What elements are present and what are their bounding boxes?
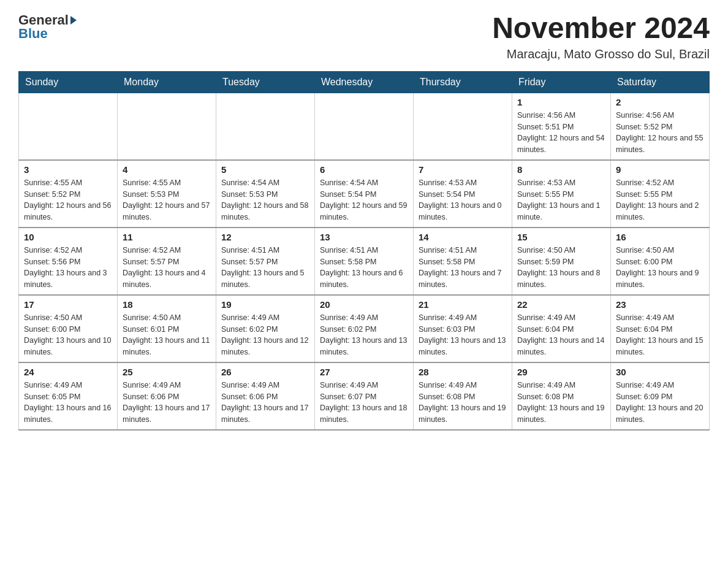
day-info: Sunrise: 4:54 AMSunset: 5:53 PMDaylight:… bbox=[221, 177, 309, 223]
day-info: Sunrise: 4:51 AMSunset: 5:58 PMDaylight:… bbox=[419, 245, 507, 291]
day-number: 3 bbox=[24, 164, 112, 175]
day-info: Sunrise: 4:50 AMSunset: 6:01 PMDaylight:… bbox=[123, 312, 211, 358]
day-info: Sunrise: 4:53 AMSunset: 5:54 PMDaylight:… bbox=[419, 177, 507, 223]
calendar-cell: 21Sunrise: 4:49 AMSunset: 6:03 PMDayligh… bbox=[414, 295, 512, 362]
calendar-week-5: 24Sunrise: 4:49 AMSunset: 6:05 PMDayligh… bbox=[19, 362, 710, 430]
day-info: Sunrise: 4:54 AMSunset: 5:54 PMDaylight:… bbox=[320, 177, 408, 223]
day-number: 22 bbox=[517, 299, 605, 310]
calendar-cell bbox=[19, 93, 118, 160]
day-number: 25 bbox=[123, 367, 211, 377]
day-number: 20 bbox=[320, 299, 408, 310]
logo-arrow-icon bbox=[70, 16, 77, 25]
day-info: Sunrise: 4:55 AMSunset: 5:53 PMDaylight:… bbox=[123, 177, 211, 223]
day-number: 17 bbox=[24, 299, 112, 310]
calendar-cell bbox=[414, 93, 512, 160]
day-number: 27 bbox=[320, 367, 408, 377]
calendar-week-4: 17Sunrise: 4:50 AMSunset: 6:00 PMDayligh… bbox=[19, 295, 710, 362]
day-info: Sunrise: 4:56 AMSunset: 5:52 PMDaylight:… bbox=[616, 110, 704, 156]
calendar-cell: 17Sunrise: 4:50 AMSunset: 6:00 PMDayligh… bbox=[19, 295, 118, 362]
calendar-cell: 16Sunrise: 4:50 AMSunset: 6:00 PMDayligh… bbox=[611, 228, 710, 295]
calendar-cell: 13Sunrise: 4:51 AMSunset: 5:58 PMDayligh… bbox=[315, 228, 414, 295]
calendar-week-2: 3Sunrise: 4:55 AMSunset: 5:52 PMDaylight… bbox=[19, 160, 710, 228]
day-number: 26 bbox=[221, 367, 309, 377]
day-of-week-thursday: Thursday bbox=[414, 71, 512, 93]
calendar-cell bbox=[315, 93, 414, 160]
title-block: November 2024 Maracaju, Mato Grosso do S… bbox=[492, 12, 710, 61]
day-info: Sunrise: 4:49 AMSunset: 6:09 PMDaylight:… bbox=[616, 380, 704, 426]
day-number: 1 bbox=[517, 97, 605, 107]
day-number: 11 bbox=[123, 232, 211, 242]
calendar-cell: 27Sunrise: 4:49 AMSunset: 6:07 PMDayligh… bbox=[315, 362, 414, 430]
day-number: 12 bbox=[221, 232, 309, 242]
calendar-cell: 1Sunrise: 4:56 AMSunset: 5:51 PMDaylight… bbox=[512, 93, 611, 160]
day-info: Sunrise: 4:52 AMSunset: 5:55 PMDaylight:… bbox=[616, 177, 704, 223]
calendar-cell: 6Sunrise: 4:54 AMSunset: 5:54 PMDaylight… bbox=[315, 160, 414, 228]
calendar-header-row: SundayMondayTuesdayWednesdayThursdayFrid… bbox=[19, 71, 710, 93]
day-info: Sunrise: 4:55 AMSunset: 5:52 PMDaylight:… bbox=[24, 177, 112, 223]
calendar-table: SundayMondayTuesdayWednesdayThursdayFrid… bbox=[18, 71, 710, 431]
calendar-cell: 11Sunrise: 4:52 AMSunset: 5:57 PMDayligh… bbox=[118, 228, 216, 295]
calendar-cell: 24Sunrise: 4:49 AMSunset: 6:05 PMDayligh… bbox=[19, 362, 118, 430]
day-number: 2 bbox=[616, 97, 704, 107]
calendar-cell: 9Sunrise: 4:52 AMSunset: 5:55 PMDaylight… bbox=[611, 160, 710, 228]
day-info: Sunrise: 4:49 AMSunset: 6:02 PMDaylight:… bbox=[221, 312, 309, 358]
day-info: Sunrise: 4:56 AMSunset: 5:51 PMDaylight:… bbox=[517, 110, 605, 156]
day-of-week-sunday: Sunday bbox=[19, 71, 118, 93]
day-number: 15 bbox=[517, 232, 605, 242]
day-info: Sunrise: 4:51 AMSunset: 5:58 PMDaylight:… bbox=[320, 245, 408, 291]
calendar-cell: 28Sunrise: 4:49 AMSunset: 6:08 PMDayligh… bbox=[414, 362, 512, 430]
day-info: Sunrise: 4:49 AMSunset: 6:06 PMDaylight:… bbox=[221, 380, 309, 426]
page-header: General Blue November 2024 Maracaju, Mat… bbox=[18, 12, 710, 61]
day-of-week-monday: Monday bbox=[118, 71, 216, 93]
day-info: Sunrise: 4:51 AMSunset: 5:57 PMDaylight:… bbox=[221, 245, 309, 291]
day-info: Sunrise: 4:50 AMSunset: 6:00 PMDaylight:… bbox=[24, 312, 112, 358]
day-info: Sunrise: 4:49 AMSunset: 6:04 PMDaylight:… bbox=[616, 312, 704, 358]
calendar-cell: 10Sunrise: 4:52 AMSunset: 5:56 PMDayligh… bbox=[19, 228, 118, 295]
day-number: 13 bbox=[320, 232, 408, 242]
day-number: 7 bbox=[419, 164, 507, 175]
calendar-cell: 14Sunrise: 4:51 AMSunset: 5:58 PMDayligh… bbox=[414, 228, 512, 295]
day-number: 21 bbox=[419, 299, 507, 310]
day-of-week-saturday: Saturday bbox=[611, 71, 710, 93]
day-number: 23 bbox=[616, 299, 704, 310]
calendar-cell: 29Sunrise: 4:49 AMSunset: 6:08 PMDayligh… bbox=[512, 362, 611, 430]
calendar-cell: 4Sunrise: 4:55 AMSunset: 5:53 PMDaylight… bbox=[118, 160, 216, 228]
day-info: Sunrise: 4:49 AMSunset: 6:06 PMDaylight:… bbox=[123, 380, 211, 426]
day-info: Sunrise: 4:49 AMSunset: 6:03 PMDaylight:… bbox=[419, 312, 507, 358]
page-title: November 2024 bbox=[492, 12, 710, 45]
calendar-cell: 12Sunrise: 4:51 AMSunset: 5:57 PMDayligh… bbox=[216, 228, 315, 295]
day-info: Sunrise: 4:49 AMSunset: 6:02 PMDaylight:… bbox=[320, 312, 408, 358]
day-info: Sunrise: 4:49 AMSunset: 6:08 PMDaylight:… bbox=[517, 380, 605, 426]
day-of-week-tuesday: Tuesday bbox=[216, 71, 315, 93]
calendar-cell: 15Sunrise: 4:50 AMSunset: 5:59 PMDayligh… bbox=[512, 228, 611, 295]
day-number: 14 bbox=[419, 232, 507, 242]
day-info: Sunrise: 4:53 AMSunset: 5:55 PMDaylight:… bbox=[517, 177, 605, 223]
day-number: 18 bbox=[123, 299, 211, 310]
calendar-cell: 25Sunrise: 4:49 AMSunset: 6:06 PMDayligh… bbox=[118, 362, 216, 430]
calendar-cell bbox=[216, 93, 315, 160]
logo: General Blue bbox=[18, 12, 77, 42]
calendar-cell: 7Sunrise: 4:53 AMSunset: 5:54 PMDaylight… bbox=[414, 160, 512, 228]
calendar-cell: 18Sunrise: 4:50 AMSunset: 6:01 PMDayligh… bbox=[118, 295, 216, 362]
day-number: 19 bbox=[221, 299, 309, 310]
day-number: 16 bbox=[616, 232, 704, 242]
day-info: Sunrise: 4:52 AMSunset: 5:56 PMDaylight:… bbox=[24, 245, 112, 291]
day-info: Sunrise: 4:49 AMSunset: 6:04 PMDaylight:… bbox=[517, 312, 605, 358]
day-info: Sunrise: 4:52 AMSunset: 5:57 PMDaylight:… bbox=[123, 245, 211, 291]
page-subtitle: Maracaju, Mato Grosso do Sul, Brazil bbox=[492, 47, 710, 61]
day-number: 28 bbox=[419, 367, 507, 377]
day-number: 4 bbox=[123, 164, 211, 175]
calendar-cell bbox=[118, 93, 216, 160]
calendar-cell: 2Sunrise: 4:56 AMSunset: 5:52 PMDaylight… bbox=[611, 93, 710, 160]
day-number: 24 bbox=[24, 367, 112, 377]
day-number: 30 bbox=[616, 367, 704, 377]
calendar-week-1: 1Sunrise: 4:56 AMSunset: 5:51 PMDaylight… bbox=[19, 93, 710, 160]
day-number: 10 bbox=[24, 232, 112, 242]
day-of-week-wednesday: Wednesday bbox=[315, 71, 414, 93]
calendar-cell: 26Sunrise: 4:49 AMSunset: 6:06 PMDayligh… bbox=[216, 362, 315, 430]
day-number: 8 bbox=[517, 164, 605, 175]
day-info: Sunrise: 4:50 AMSunset: 5:59 PMDaylight:… bbox=[517, 245, 605, 291]
calendar-cell: 20Sunrise: 4:49 AMSunset: 6:02 PMDayligh… bbox=[315, 295, 414, 362]
day-info: Sunrise: 4:50 AMSunset: 6:00 PMDaylight:… bbox=[616, 245, 704, 291]
day-of-week-friday: Friday bbox=[512, 71, 611, 93]
